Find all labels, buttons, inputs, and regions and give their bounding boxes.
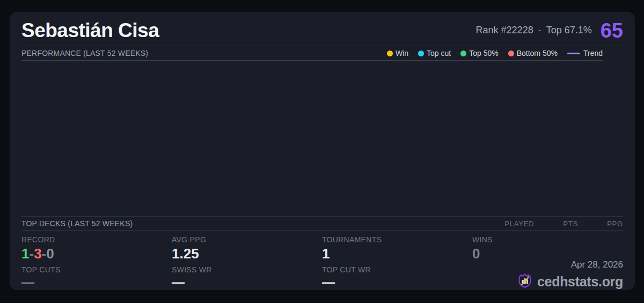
record-wins: 1 [21, 246, 29, 262]
wins-label: WINS [472, 235, 623, 244]
column-header-pts: PTS [563, 220, 578, 228]
page-title: Sebastián Cisa [21, 19, 159, 42]
chart-legend: Win Top cut Top 50% Bottom 50% Trend [387, 49, 603, 57]
top-cut-dot-icon [418, 50, 424, 56]
card-header: Sebastián Cisa Rank #22228·Top 67.1% 65 [21, 12, 623, 46]
performance-chart [21, 61, 623, 217]
record-draws: 0 [46, 246, 54, 262]
swiss-wr-value: — [172, 276, 322, 288]
legend-label: Bottom 50% [517, 49, 558, 57]
brand-text: cedhstats.org [537, 274, 623, 290]
legend-label: Top cut [427, 49, 451, 57]
separator-dot: · [538, 25, 541, 35]
top-percent-text: Top 67.1% [546, 25, 592, 35]
stat-col-tournaments: TOURNAMENTS 1 TOP CUT WR — [322, 235, 472, 288]
column-header-played: PLAYED [504, 220, 534, 228]
record-value: 1-3-0 [21, 247, 172, 261]
top-cuts-value: — [21, 276, 172, 288]
record-separator: - [29, 246, 34, 262]
legend-top-50: Top 50% [460, 49, 498, 57]
brand-link[interactable]: cedhstats.org [517, 272, 623, 290]
wins-value: 0 [472, 247, 623, 261]
top-decks-columns: PLAYED PTS PPG [504, 220, 623, 228]
top-50-dot-icon [460, 50, 466, 56]
footer-meta: Apr 28, 2026 cedhstats.org [517, 259, 623, 290]
performance-section-title: PERFORMANCE (LAST 52 WEEKS) [21, 49, 148, 57]
stat-col-record: RECORD 1-3-0 TOP CUTS — [21, 235, 172, 288]
tournaments-label: TOURNAMENTS [322, 235, 472, 244]
legend-win: Win [387, 49, 408, 57]
swiss-wr-label: SWISS WR [172, 265, 322, 274]
top-cuts-label: TOP CUTS [21, 265, 172, 274]
legend-label: Trend [583, 49, 603, 57]
top-cut-wr-value: — [322, 276, 472, 288]
rank-info: Rank #22228·Top 67.1% [476, 25, 592, 36]
player-stats-card: Sebastián Cisa Rank #22228·Top 67.1% 65 … [10, 12, 635, 290]
win-dot-icon [387, 50, 393, 56]
legend-bottom-50: Bottom 50% [508, 49, 558, 57]
cedhstats-shield-icon [517, 272, 533, 290]
record-separator: - [42, 246, 47, 262]
performance-header-row: PERFORMANCE (LAST 52 WEEKS) Win Top cut … [21, 46, 603, 61]
avg-ppg-label: AVG PPG [172, 235, 322, 244]
rank-score-group: Rank #22228·Top 67.1% 65 [476, 20, 623, 41]
column-header-ppg: PPG [607, 220, 623, 228]
legend-label: Win [396, 49, 408, 57]
date-text: Apr 28, 2026 [571, 259, 623, 270]
record-label: RECORD [21, 235, 172, 244]
top-decks-section-title: TOP DECKS (LAST 52 WEEKS) [21, 219, 133, 228]
stat-col-ppg: AVG PPG 1.25 SWISS WR — [172, 235, 322, 288]
legend-trend: Trend [567, 49, 603, 57]
avg-ppg-value: 1.25 [172, 247, 322, 261]
bottom-50-dot-icon [508, 50, 514, 56]
record-losses: 3 [34, 246, 41, 262]
stats-grid: RECORD 1-3-0 TOP CUTS — AVG PPG 1.25 SWI… [21, 230, 623, 287]
rank-text: Rank #22228 [476, 25, 533, 35]
score-value: 65 [601, 20, 623, 41]
top-cut-wr-label: TOP CUT WR [322, 265, 472, 274]
legend-top-cut: Top cut [418, 49, 451, 57]
legend-label: Top 50% [469, 49, 498, 57]
trend-line-icon [567, 53, 580, 54]
top-decks-header-row: TOP DECKS (LAST 52 WEEKS) PLAYED PTS PPG [21, 217, 623, 230]
tournaments-value: 1 [322, 247, 472, 261]
